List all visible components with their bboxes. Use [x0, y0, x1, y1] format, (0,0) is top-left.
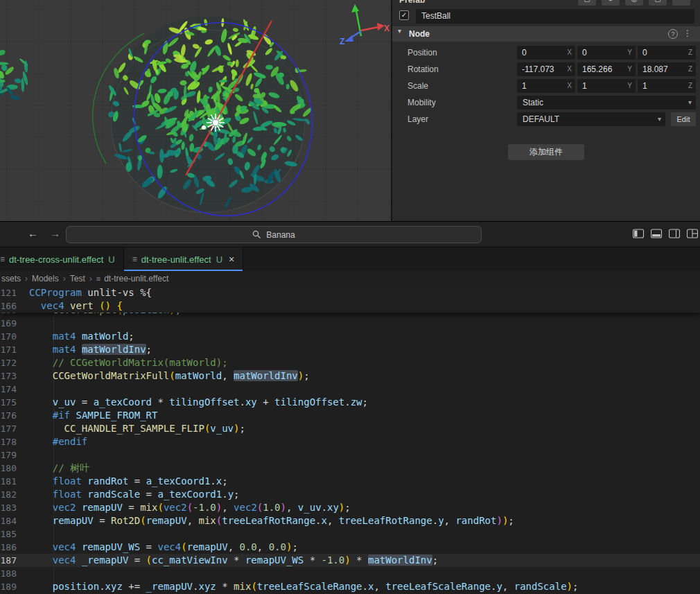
line-number: 182 [0, 488, 29, 501]
scale-x-field[interactable]: 1X [517, 79, 575, 93]
property-label: Position [408, 44, 437, 61]
inspector-panel: Prefab ▢↺◎▢⋯ ✓ TestBall ▾ Node ? ⋮ Posit… [391, 0, 700, 221]
code-line[interactable]: 169 [0, 317, 700, 330]
breadcrumb-file[interactable]: dt-tree-unlit.effect [104, 274, 168, 283]
field-value: 0 [522, 46, 527, 60]
field-value: 165.266 [582, 62, 612, 76]
prefab-button-5[interactable]: ⋯ [672, 0, 690, 6]
code-editor[interactable]: 169170 mat4 matWorld;171 mat4 matWorldIn… [0, 286, 700, 594]
node-name-input[interactable]: TestBall [416, 9, 694, 24]
field-value: 1 [642, 79, 647, 93]
layer-select[interactable]: DEFAULT ▾ [517, 112, 665, 126]
code-line[interactable]: 185 [0, 527, 700, 541]
code-line[interactable]: 184 remapUV = Rot2D(remapUV, mix(treeLea… [0, 514, 700, 527]
field-value: 1 [522, 79, 527, 93]
code-line[interactable]: 177 CC_HANDLE_RT_SAMPLE_FLIP(v_uv); [0, 422, 700, 435]
layer-edit-button[interactable]: Edit [671, 112, 696, 126]
rotation-y-field[interactable]: 165.266Y [577, 62, 636, 76]
command-center-text: Banana [266, 230, 295, 240]
code-line[interactable]: 121CCProgram unlit-vs %{ [0, 286, 700, 299]
line-number: 121 [0, 286, 29, 299]
clipped-line: 168 CCVertInput(position); [0, 313, 700, 317]
add-component-button[interactable]: 添加组件 [508, 144, 584, 160]
rotation-z-field[interactable]: 18.087Z [638, 62, 696, 76]
kebab-menu-icon[interactable]: ⋮ [683, 28, 692, 38]
code-line[interactable]: 172 // CCGetWorldMatrix(matWorld); [0, 356, 700, 369]
property-label: Scale [408, 78, 428, 94]
field-value: -117.073 [522, 62, 554, 76]
line-number: 168 [0, 313, 29, 317]
axis-label: X [567, 46, 572, 60]
position-z-field[interactable]: 0Z [638, 46, 696, 60]
close-icon[interactable]: × [229, 254, 234, 265]
code-line[interactable]: 174 [0, 383, 700, 396]
sticky-scroll: 121CCProgram unlit-vs %{166 vec4 vert ()… [0, 286, 700, 313]
breadcrumb-item[interactable]: Test [70, 274, 85, 283]
prefab-buttons: ▢↺◎▢⋯ [578, 0, 690, 6]
line-number: 187 [0, 554, 29, 567]
prefab-button-3[interactable]: ◎ [625, 0, 643, 6]
line-number: 185 [0, 527, 29, 541]
tab-dt-tree-unlit.effect[interactable]: ≡dt-tree-unlit.effectU× [124, 247, 244, 271]
row-layer: Layer DEFAULT ▾ Edit [392, 111, 700, 128]
mobility-value: Static [523, 96, 543, 110]
prefab-button-4[interactable]: ▢ [649, 0, 667, 6]
tab-dt-tree-cross-unlit.effect[interactable]: ≡dt-tree-cross-unlit.effectU [0, 247, 124, 271]
axis-label: Y [627, 46, 632, 60]
layer-label: Layer [408, 111, 428, 128]
code-line[interactable]: 166 vec4 vert () { [0, 299, 700, 313]
layout-panel-icon[interactable] [651, 229, 663, 239]
scale-y-field[interactable]: 1Y [577, 79, 636, 93]
node-active-checkbox[interactable]: ✓ [399, 10, 409, 20]
line-number: 169 [0, 317, 29, 330]
line-number: 178 [0, 435, 29, 448]
prefab-button-1[interactable]: ▢ [578, 0, 596, 6]
file-icon: ≡ [0, 254, 5, 264]
back-arrow-icon[interactable]: ← [28, 227, 38, 239]
command-center[interactable]: Banana [66, 226, 482, 243]
node-section-header[interactable]: ▾ Node ? ⋮ [392, 26, 700, 42]
code-line[interactable]: 176 #if SAMPLE_FROM_RT [0, 409, 700, 422]
axis-label: Z [688, 62, 692, 76]
code-line[interactable]: 178 #endif [0, 435, 700, 448]
forward-arrow-icon[interactable]: → [50, 227, 60, 239]
axis-label: X [567, 62, 572, 76]
prefab-label: Prefab [399, 0, 425, 5]
code-line[interactable]: 188 [0, 567, 700, 580]
code-line[interactable]: 175 v_uv = a_texCoord * tilingOffset.xy … [0, 396, 700, 409]
code-line[interactable]: 189 position.xyz += _remapUV.xyz * mix(t… [0, 580, 700, 593]
code-line[interactable]: 170 mat4 matWorld; [0, 330, 700, 343]
help-icon[interactable]: ? [668, 29, 678, 39]
code-line[interactable]: 171 mat4 matWorldInv; [0, 343, 700, 356]
rotation-x-field[interactable]: -117.073X [517, 62, 575, 76]
code-line[interactable]: 182 float randScale = a_texCoord1.y; [0, 488, 700, 501]
position-y-field[interactable]: 0Y [577, 46, 636, 60]
file-icon: ≡ [132, 254, 137, 264]
layout-customize-icon[interactable] [687, 229, 699, 239]
line-number: 175 [0, 396, 29, 409]
code-line[interactable]: 179 [0, 448, 700, 462]
tab-label: dt-tree-cross-unlit.effect [9, 254, 103, 265]
chevron-right-icon: › [63, 274, 66, 283]
code-line[interactable]: 186 vec4 remapUV_WS = vec4(remapUV, 0.0,… [0, 541, 700, 554]
scene-canvas: X Z [0, 0, 391, 221]
axis-label: Y [627, 79, 632, 93]
position-x-field[interactable]: 0X [517, 46, 575, 60]
node-name-row: ✓ TestBall [398, 8, 694, 24]
prefab-button-2[interactable]: ↺ [602, 0, 620, 6]
layout-sidebar-right-icon[interactable] [669, 229, 681, 239]
code-line[interactable]: 187 vec4 _remapUV = (cc_matViewInv * rem… [0, 554, 700, 567]
breadcrumb-item[interactable]: ssets [1, 274, 21, 283]
scene-viewport[interactable]: X Z [0, 0, 391, 221]
mobility-select[interactable]: Static ▾ [517, 96, 696, 110]
layout-sidebar-left-icon[interactable] [633, 229, 645, 239]
axis-label: Y [627, 62, 632, 76]
scale-z-field[interactable]: 1Z [638, 79, 696, 93]
breadcrumb-item[interactable]: Models [32, 274, 59, 283]
code-line[interactable]: 168 CCVertInput(position); [0, 313, 700, 317]
code-line[interactable]: 181 float randRot = a_texCoord1.x; [0, 475, 700, 488]
axis-label: X [567, 79, 572, 93]
code-line[interactable]: 180 // 树叶 [0, 462, 700, 475]
code-line[interactable]: 183 vec2 remapUV = mix(vec2(-1.0), vec2(… [0, 501, 700, 514]
code-line[interactable]: 173 CCGetWorldMatrixFull(matWorld, matWo… [0, 369, 700, 383]
